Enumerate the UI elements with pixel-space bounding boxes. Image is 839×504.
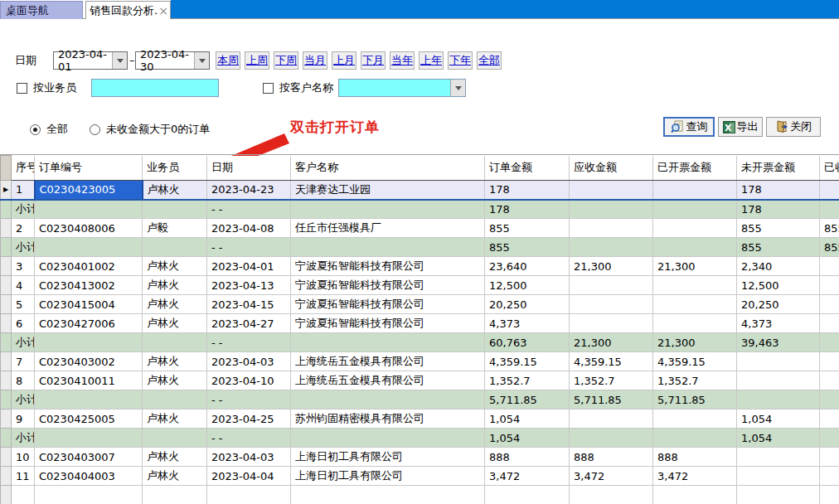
cell-date[interactable]: 2023-04-01: [207, 257, 291, 276]
table-row[interactable]: 3C0230401002卢林火2023-04-01宁波夏拓智能科技有限公司23,…: [1, 257, 839, 276]
cell-uninvoiced[interactable]: 12,500: [737, 276, 820, 295]
cell-date[interactable]: 2023-04-03: [207, 448, 291, 467]
cell-received[interactable]: [820, 371, 839, 390]
cell-date[interactable]: 2023-04-15: [207, 295, 291, 314]
export-button[interactable]: X 导出: [718, 117, 763, 137]
cell-order-amount[interactable]: 20,250: [485, 295, 570, 314]
cell-order-no[interactable]: C0230413002: [35, 276, 143, 295]
cell-uninvoiced[interactable]: 2,340: [737, 257, 820, 276]
cell-date[interactable]: 2023-04-25: [207, 410, 291, 429]
quick-range-next-week[interactable]: 下周: [274, 51, 298, 70]
cell-order-amount[interactable]: 1,352.7: [485, 371, 570, 390]
table-row[interactable]: 9C0230425005卢林火2023-04-25苏州钧固精密模具有限公司1,0…: [1, 410, 839, 429]
cell-invoiced[interactable]: 21,300: [653, 257, 737, 276]
cell-received[interactable]: [820, 257, 839, 276]
cell-date[interactable]: 2023-04-08: [207, 219, 291, 238]
quick-range-all[interactable]: 全部: [477, 51, 502, 70]
cell-uninvoiced[interactable]: 855: [737, 219, 820, 238]
cell-invoiced[interactable]: [653, 219, 737, 238]
cell-order-no[interactable]: C0230410011: [35, 371, 143, 390]
cell-invoiced[interactable]: [653, 276, 737, 295]
salesperson-input[interactable]: [91, 79, 219, 97]
cell-uninvoiced[interactable]: [737, 371, 820, 390]
cell-seq[interactable]: 10: [12, 448, 35, 467]
cell-order-amount[interactable]: 3,472: [485, 467, 570, 486]
tab-sales-payment-analysis[interactable]: 销售回款分析... ×: [85, 1, 171, 19]
cell-salesperson[interactable]: 卢林火: [143, 371, 207, 390]
date-to-combobox[interactable]: 2023-04-30: [135, 51, 210, 70]
cell-customer[interactable]: 宁波夏拓智能科技有限公司: [291, 314, 485, 333]
cell-order-no[interactable]: C0230423005: [35, 181, 143, 200]
cell-date[interactable]: 2023-04-27: [207, 314, 291, 333]
cell-order-no[interactable]: C0230403007: [35, 448, 143, 467]
cell-invoiced[interactable]: 888: [653, 448, 737, 467]
cell-salesperson[interactable]: 卢林火: [143, 352, 207, 371]
cell-salesperson[interactable]: 卢林火: [143, 295, 207, 314]
cell-customer[interactable]: 宁波夏拓智能科技有限公司: [291, 276, 485, 295]
cell-receivable[interactable]: 3,472: [570, 467, 653, 486]
cell-uninvoiced[interactable]: 4,373: [737, 314, 820, 333]
cell-receivable[interactable]: [570, 314, 653, 333]
column-header-uninvoiced[interactable]: 未开票金额: [737, 156, 820, 181]
column-header-order-amount[interactable]: 订单金额: [485, 156, 570, 181]
chevron-down-icon[interactable]: [194, 52, 209, 69]
table-row[interactable]: 10C0230403007卢林火2023-04-03上海日初工具有限公司8888…: [1, 448, 839, 467]
table-row[interactable]: 8C0230410011卢林火2023-04-10上海统岳五金模具有限公司1,3…: [1, 371, 839, 390]
cell-received[interactable]: [820, 410, 839, 429]
cell-uninvoiced[interactable]: 20,250: [737, 295, 820, 314]
quick-range-last-year[interactable]: 上年: [419, 51, 444, 70]
quick-range-this-year[interactable]: 当年: [390, 51, 415, 70]
cell-customer[interactable]: 上海统岳五金模具有限公司: [291, 371, 485, 390]
cell-date[interactable]: 2023-04-03: [207, 352, 291, 371]
quick-range-last-week[interactable]: 上周: [245, 51, 269, 70]
cell-seq[interactable]: 11: [12, 467, 35, 486]
cell-invoiced[interactable]: [653, 314, 737, 333]
cell-uninvoiced[interactable]: [737, 352, 820, 371]
cell-customer[interactable]: 宁波夏拓智能科技有限公司: [291, 257, 485, 276]
cell-order-no[interactable]: C0230425005: [35, 410, 143, 429]
cell-date[interactable]: 2023-04-10: [207, 371, 291, 390]
cell-invoiced[interactable]: [653, 410, 737, 429]
cell-receivable[interactable]: [570, 276, 653, 295]
cell-uninvoiced[interactable]: [737, 467, 820, 486]
cell-uninvoiced[interactable]: [737, 448, 820, 467]
tab-desktop-navigation[interactable]: 桌面导航: [0, 1, 83, 19]
cell-invoiced[interactable]: [653, 295, 737, 314]
cell-received[interactable]: [820, 276, 839, 295]
cell-receivable[interactable]: 21,300: [570, 257, 653, 276]
cell-order-amount[interactable]: 4,373: [485, 314, 570, 333]
cell-date[interactable]: 2023-04-23: [207, 181, 291, 200]
cell-invoiced[interactable]: 3,472: [653, 467, 737, 486]
cell-order-no[interactable]: C0230427006: [35, 314, 143, 333]
cell-customer[interactable]: 上海日初工具有限公司: [291, 467, 485, 486]
cell-date[interactable]: 2023-04-04: [207, 467, 291, 486]
cell-seq[interactable]: 4: [12, 276, 35, 295]
cell-salesperson[interactable]: 卢林火: [143, 410, 207, 429]
cell-seq[interactable]: 2: [12, 219, 35, 238]
query-button[interactable]: 查询: [663, 117, 715, 137]
column-header-receivable[interactable]: 应收金额: [570, 156, 653, 181]
cell-customer[interactable]: 苏州钧固精密模具有限公司: [291, 410, 485, 429]
quick-range-next-year[interactable]: 下年: [448, 51, 473, 70]
cell-invoiced[interactable]: 4,359.15: [653, 352, 737, 371]
column-header-seq[interactable]: 序号: [12, 156, 35, 181]
quick-range-this-week[interactable]: 本周: [216, 51, 240, 70]
cell-invoiced[interactable]: [653, 181, 737, 200]
quick-range-last-month[interactable]: 上月: [332, 51, 356, 70]
date-from-combobox[interactable]: 2023-04-01: [53, 51, 128, 70]
cell-received[interactable]: [820, 352, 839, 371]
cell-seq[interactable]: 1: [12, 181, 35, 200]
cell-received[interactable]: [820, 181, 839, 200]
cell-received[interactable]: [820, 448, 839, 467]
cell-order-amount[interactable]: 178: [485, 181, 570, 200]
cell-uninvoiced[interactable]: 178: [737, 181, 820, 200]
column-header-invoiced[interactable]: 已开票金额: [653, 156, 737, 181]
table-row[interactable]: 7C0230403002卢林火2023-04-03上海统岳五金模具有限公司4,3…: [1, 352, 839, 371]
cell-receivable[interactable]: 1,352.7: [570, 371, 653, 390]
table-row[interactable]: ▶1C0230423005卢林火2023-04-23天津赛达工业园178178: [1, 181, 839, 200]
cell-receivable[interactable]: 4,359.15: [570, 352, 653, 371]
cell-customer[interactable]: 任丘市任强模具厂: [291, 219, 485, 238]
cell-received[interactable]: 855: [820, 219, 839, 238]
customer-combobox[interactable]: [338, 79, 466, 97]
cell-salesperson[interactable]: 卢林火: [143, 448, 207, 467]
